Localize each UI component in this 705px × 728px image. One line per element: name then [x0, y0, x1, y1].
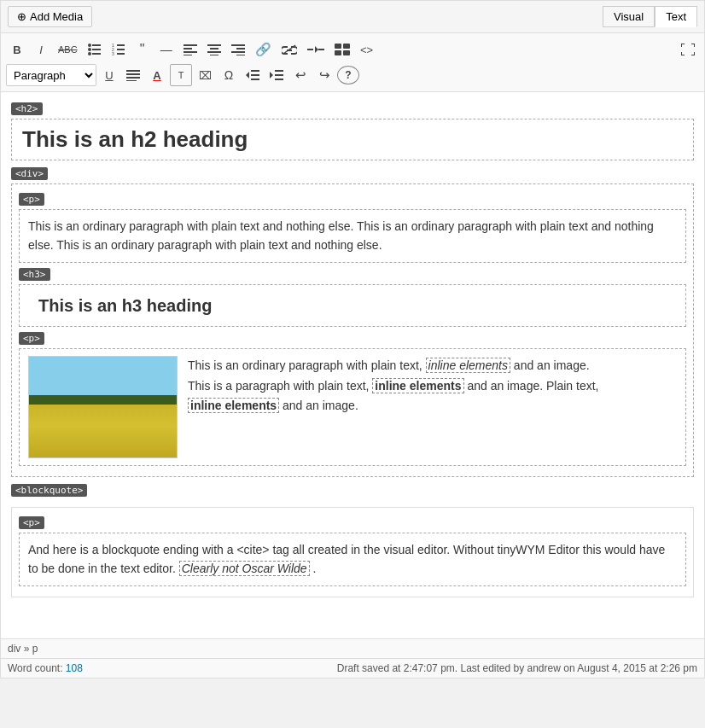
- paragraph-2[interactable]: This is an ordinary paragraph with plain…: [19, 348, 686, 466]
- more-tag-button[interactable]: [303, 38, 329, 61]
- inline-element-2: inline elements: [372, 378, 463, 393]
- svg-point-5: [88, 52, 91, 55]
- svg-rect-7: [117, 49, 125, 50]
- undo-button[interactable]: ↩: [289, 64, 312, 86]
- text-color-button[interactable]: A: [146, 64, 168, 86]
- paragraph-format-select[interactable]: Paragraph Heading 1 Heading 2 Heading 3 …: [6, 64, 96, 86]
- svg-marker-40: [246, 72, 249, 79]
- fullscreen-button[interactable]: [677, 38, 699, 61]
- paste-text-button[interactable]: T: [170, 64, 192, 86]
- svg-rect-1: [92, 49, 101, 50]
- blockquote-block-wrapper: <blockquote> <p> And here is a blockquot…: [11, 482, 694, 597]
- blockquote-paragraph[interactable]: And here is a blockquote ending with a <…: [19, 533, 686, 586]
- svg-rect-6: [117, 44, 125, 46]
- svg-rect-29: [335, 44, 341, 49]
- svg-marker-28: [315, 46, 318, 53]
- align-center-button[interactable]: [203, 38, 225, 61]
- breadcrumb: div » p: [8, 643, 38, 655]
- para3-end: and an image.: [279, 399, 358, 412]
- para3-middle: and an image. Plain text,: [464, 379, 599, 393]
- svg-rect-16: [207, 44, 221, 46]
- blockquote-button[interactable]: ": [131, 38, 154, 61]
- svg-rect-42: [275, 74, 283, 76]
- svg-rect-0: [92, 44, 101, 46]
- blockquote-text-before: And here is a blockquote ending with a <…: [28, 543, 665, 575]
- svg-rect-2: [92, 53, 101, 55]
- toolbar-row-2: Paragraph Heading 1 Heading 2 Heading 3 …: [6, 62, 699, 88]
- svg-rect-36: [126, 80, 137, 81]
- svg-rect-20: [231, 44, 245, 46]
- div-block[interactable]: <p> This is an ordinary paragraph with p…: [11, 183, 694, 477]
- blockquote-block[interactable]: <p> And here is a blockquote ending with…: [11, 507, 694, 597]
- svg-rect-15: [184, 55, 192, 55]
- justify-button[interactable]: [122, 64, 144, 86]
- inline-element-3: inline elements: [188, 398, 279, 413]
- special-char-button[interactable]: Ω: [218, 64, 240, 86]
- image-paragraph: This is an ordinary paragraph with plain…: [28, 356, 677, 458]
- tab-text[interactable]: Text: [655, 6, 697, 27]
- svg-rect-14: [184, 51, 197, 53]
- svg-rect-32: [343, 50, 350, 55]
- svg-rect-26: [307, 49, 313, 50]
- svg-rect-43: [275, 79, 283, 80]
- h3-heading[interactable]: This is an h3 heading: [19, 284, 686, 327]
- svg-marker-44: [270, 72, 273, 79]
- toolbar-toggle-button[interactable]: [330, 38, 354, 61]
- svg-rect-8: [117, 53, 125, 55]
- svg-rect-41: [275, 70, 283, 72]
- ul-button[interactable]: [84, 38, 106, 61]
- div-block-wrapper: <div> <p> This is an ordinary paragraph …: [11, 166, 694, 477]
- top-bar: ⊕ Add Media Visual Text: [1, 1, 704, 33]
- svg-rect-33: [126, 70, 140, 72]
- paragraph-1[interactable]: This is an ordinary paragraph with plain…: [19, 209, 686, 263]
- unlink-button[interactable]: [277, 38, 301, 61]
- div-tag-label: <div>: [11, 167, 48, 180]
- view-tabs: Visual Text: [603, 6, 697, 27]
- field-image: [28, 356, 178, 458]
- word-count-number: 108: [66, 662, 83, 674]
- svg-rect-21: [236, 48, 245, 50]
- svg-rect-35: [126, 77, 140, 79]
- add-media-label: Add Media: [30, 10, 83, 23]
- svg-rect-37: [251, 70, 259, 72]
- align-right-button[interactable]: [227, 38, 249, 61]
- link-button[interactable]: 🔗: [251, 38, 276, 61]
- svg-rect-19: [210, 55, 218, 55]
- strikethrough-button[interactable]: ABC: [54, 38, 82, 61]
- svg-point-3: [88, 44, 91, 47]
- indent-decrease-button[interactable]: [242, 64, 264, 86]
- add-media-icon: ⊕: [17, 10, 26, 23]
- underline-button[interactable]: U: [98, 64, 120, 86]
- help-button[interactable]: ?: [337, 66, 359, 84]
- image-text-block: This is an ordinary paragraph with plain…: [188, 356, 599, 416]
- indent-increase-button[interactable]: [265, 64, 288, 86]
- svg-rect-12: [184, 44, 197, 46]
- ol-button[interactable]: 123: [108, 38, 130, 61]
- svg-point-4: [88, 48, 91, 51]
- italic-button[interactable]: I: [30, 38, 52, 61]
- svg-rect-23: [236, 55, 245, 55]
- toolbar: B I ABC 123 " — 🔗: [1, 33, 704, 92]
- word-count-label: Word count: 108: [8, 662, 83, 674]
- editor-content[interactable]: <h2> This is an h2 heading <div> <p> Thi…: [1, 92, 704, 638]
- h2-heading[interactable]: This is an h2 heading: [11, 119, 694, 160]
- toolbar-row-1: B I ABC 123 " — 🔗: [6, 37, 699, 62]
- hr-button[interactable]: —: [155, 38, 178, 61]
- redo-button[interactable]: ↪: [313, 64, 335, 86]
- svg-rect-18: [207, 51, 221, 53]
- add-media-button[interactable]: ⊕ Add Media: [8, 6, 92, 27]
- svg-rect-30: [343, 44, 350, 49]
- para2-after: and an image.: [510, 358, 590, 372]
- tab-visual[interactable]: Visual: [603, 6, 655, 27]
- svg-rect-31: [335, 50, 341, 55]
- html-toggle-button[interactable]: <>: [356, 38, 378, 61]
- p1-tag-label: <p>: [19, 193, 44, 206]
- clear-format-button[interactable]: ⌧: [194, 64, 216, 86]
- svg-rect-38: [251, 74, 259, 76]
- bold-button[interactable]: B: [6, 38, 28, 61]
- svg-text:3: 3: [112, 51, 114, 55]
- align-left-button[interactable]: [179, 38, 201, 61]
- inline-element-1: inline elements: [426, 358, 510, 373]
- h3-tag-label: <h3>: [19, 268, 50, 281]
- para3-before: This is a paragraph with plain text,: [188, 379, 372, 393]
